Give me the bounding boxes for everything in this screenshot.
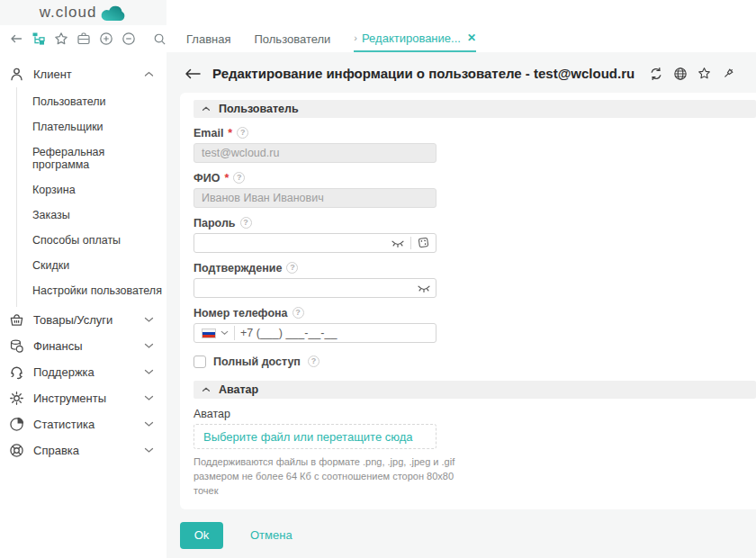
back-arrow-icon[interactable]: [9, 31, 23, 47]
sidebar-subitem-users[interactable]: Пользователи: [17, 89, 166, 114]
section-user-header[interactable]: Пользователь: [194, 100, 756, 118]
sidebar-item-help-label: Справка: [33, 444, 135, 457]
cancel-link[interactable]: Отмена: [250, 528, 292, 542]
toolbar: [0, 31, 166, 47]
page-header: Редактирование информации о пользователе…: [166, 52, 756, 93]
confirm-field-block: Подтверждение ?: [194, 261, 436, 298]
page-title: Редактирование информации о пользователе…: [212, 66, 634, 81]
sidebar-subitem-payers[interactable]: Плательщики: [17, 114, 166, 140]
generate-password-dice-icon[interactable]: [417, 236, 431, 250]
tab-edit-user-label: Редактирование...: [362, 32, 461, 45]
tab-edit-user[interactable]: › Редактирование... ✕: [354, 25, 476, 52]
sidebar-subitem-referral[interactable]: Реферальная программа: [17, 140, 166, 177]
sidebar-subitem-orders[interactable]: Заказы: [17, 202, 166, 228]
eye-off-icon[interactable]: [391, 236, 405, 250]
help-icon[interactable]: ?: [308, 356, 320, 367]
sidebar-item-tools-label: Инструменты: [33, 392, 135, 405]
edit-user-form-card: Пользователь Email* ? ФИО* ?: [180, 93, 756, 509]
email-label-row: Email* ?: [194, 126, 436, 140]
divider: [410, 237, 411, 249]
main-content: Редактирование информации о пользователе…: [166, 52, 756, 558]
phone-label: Номер телефона: [194, 307, 288, 320]
briefcase-icon[interactable]: [76, 31, 91, 47]
chevron-down-icon: [144, 369, 154, 375]
full-access-checkbox[interactable]: [194, 356, 206, 368]
lifebuoy-icon: [9, 443, 24, 458]
sidebar-item-client-label: Клиент: [33, 68, 135, 81]
full-access-label: Полный доступ: [213, 356, 301, 368]
confirm-label: Подтверждение: [194, 262, 282, 274]
toolbar-row: Главная Пользователи › Редактирование...…: [0, 25, 756, 52]
help-icon[interactable]: ?: [240, 217, 252, 229]
sidebar-item-client[interactable]: Клиент: [0, 61, 166, 87]
zoom-out-icon[interactable]: [122, 31, 136, 47]
help-icon[interactable]: ?: [292, 307, 304, 319]
basket-icon: [9, 312, 24, 328]
section-avatar-header[interactable]: Аватар: [194, 381, 756, 399]
sidebar-item-support[interactable]: Поддержка: [0, 359, 166, 385]
phone-label-row: Номер телефона ?: [194, 306, 436, 320]
chevron-down-icon: [144, 395, 154, 401]
avatar-hint-text: Поддерживаются файлы в формате .png, .jp…: [194, 455, 464, 499]
sidebar: Клиент Пользователи Плательщики Рефераль…: [0, 52, 166, 558]
full-access-row: Полный доступ ?: [194, 355, 756, 368]
fio-label: ФИО: [194, 172, 220, 184]
chevron-down-icon: [144, 317, 154, 323]
coins-icon: [9, 338, 24, 354]
page-back-arrow-icon[interactable]: [184, 67, 202, 81]
refresh-icon[interactable]: [649, 67, 663, 81]
phone-input[interactable]: [235, 325, 436, 341]
fio-label-row: ФИО* ?: [194, 171, 436, 184]
fio-input: [194, 188, 436, 208]
tab-bar: Главная Пользователи › Редактирование...…: [186, 25, 476, 52]
pin-icon[interactable]: [722, 67, 736, 81]
password-field-block: Пароль ?: [194, 216, 436, 253]
confirm-input-icons: [417, 281, 431, 295]
avatar-label: Аватар: [194, 408, 230, 420]
help-icon[interactable]: ?: [286, 262, 298, 274]
required-asterisk: *: [224, 172, 229, 184]
country-select-chevron-icon[interactable]: [220, 330, 229, 336]
sidebar-item-help[interactable]: Справка: [0, 437, 166, 464]
sidebar-item-support-label: Поддержка: [33, 365, 135, 379]
tab-breadcrumb-arrow-icon: ›: [354, 32, 357, 43]
tab-users-label: Пользователи: [254, 32, 330, 46]
sidebar-subitem-cart[interactable]: Корзина: [17, 177, 166, 202]
sidebar-item-statistics-label: Статистика: [33, 418, 135, 431]
help-icon[interactable]: ?: [237, 127, 248, 139]
star-icon[interactable]: [698, 67, 712, 81]
tab-close-icon[interactable]: ✕: [467, 32, 476, 44]
chevron-down-icon: [144, 447, 154, 454]
russia-flag-icon[interactable]: [202, 328, 216, 338]
sidebar-item-finance[interactable]: Финансы: [0, 333, 166, 359]
chevron-down-icon: [144, 343, 154, 349]
sidebar-item-statistics[interactable]: Статистика: [0, 411, 166, 437]
tree-menu-icon[interactable]: [32, 31, 46, 47]
eye-off-icon[interactable]: [417, 281, 431, 295]
sidebar-subitem-user-settings[interactable]: Настройки пользователя: [17, 278, 166, 303]
email-field-block: Email* ?: [194, 126, 436, 163]
avatar-dropzone[interactable]: Выберите файл или перетащите сюда: [194, 424, 436, 449]
sidebar-subitem-payment-methods[interactable]: Способы оплаты: [17, 228, 166, 253]
help-icon[interactable]: ?: [233, 172, 245, 184]
fio-field-block: ФИО* ?: [194, 171, 436, 208]
password-label-row: Пароль ?: [194, 216, 436, 230]
confirm-label-row: Подтверждение ?: [194, 261, 436, 274]
sidebar-subitem-discounts[interactable]: Скидки: [17, 253, 166, 278]
collapse-chevron-icon: [202, 106, 211, 112]
cloud-logo-icon: [100, 3, 127, 22]
ok-button[interactable]: Ok: [180, 522, 223, 549]
layout: Клиент Пользователи Плательщики Рефераль…: [0, 52, 756, 558]
sidebar-item-tools[interactable]: Инструменты: [0, 385, 166, 411]
favorites-star-icon[interactable]: [54, 31, 68, 47]
tab-home[interactable]: Главная: [186, 25, 230, 52]
email-input: [194, 143, 436, 163]
tab-users[interactable]: Пользователи: [254, 25, 330, 52]
confirm-password-input[interactable]: [194, 278, 436, 298]
top-spacer: [166, 0, 756, 25]
globe-icon[interactable]: [673, 67, 688, 81]
zoom-in-icon[interactable]: [99, 31, 113, 47]
sidebar-item-products[interactable]: Товары/Услуги: [0, 307, 166, 333]
logo[interactable]: w.cloud: [0, 0, 166, 25]
search-icon[interactable]: [153, 31, 166, 47]
